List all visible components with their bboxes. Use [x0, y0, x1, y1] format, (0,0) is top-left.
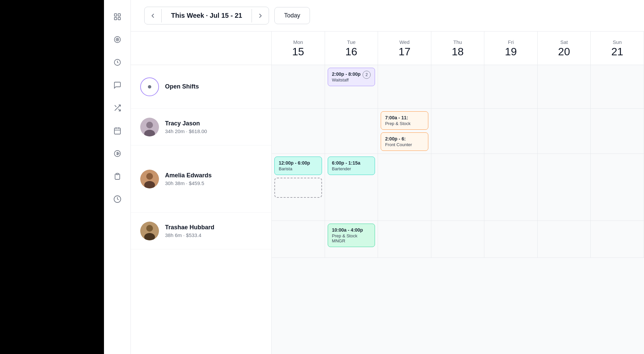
svg-rect-0	[114, 14, 117, 16]
shift-card-open-tue[interactable]: 2 2:00p - 8:00p Waitstaff	[328, 68, 375, 86]
tracy-info: Tracy Jason 34h 20m · $618.00	[165, 120, 207, 134]
day-name-mon: Mon	[293, 39, 303, 45]
grid-icon[interactable]	[111, 10, 124, 23]
cell-amelia-thu	[431, 154, 485, 221]
trashae-info: Trashae Hubbard 38h 6m · $533.4	[165, 224, 214, 238]
shift-card-amelia-mon[interactable]: 12:00p - 6:00p Barista	[274, 157, 322, 175]
trashae-calendar-row: 10:00a - 4:00p Prep & Stock MNGR	[272, 221, 644, 258]
cell-tracy-wed[interactable]: 7:00a - 11: Prep & Stock 2:00p - 6: Fron…	[378, 109, 431, 154]
cell-amelia-fri	[484, 154, 538, 221]
day-header-sat: Sat 20	[538, 32, 591, 65]
svg-point-19	[146, 122, 153, 128]
open-shifts-row: Open Shifts	[131, 65, 271, 109]
cell-trashae-tue[interactable]: 10:00a - 4:00p Prep & Stock MNGR	[325, 221, 378, 257]
day-number-tue: 16	[345, 46, 358, 57]
employee-row-amelia: Amelia Edwards 30h 38m · $459.5	[131, 145, 271, 213]
trashae-tue-time: 10:00a - 4:00p	[332, 227, 371, 233]
shift-card-amelia-tue[interactable]: 6:00p - 1:15a Bartender	[328, 157, 375, 175]
day-header-thu: Thu 18	[431, 32, 485, 65]
amelia-calendar-row: 12:00p - 6:00p Barista 6:00p - 1:15a Bar…	[272, 154, 644, 221]
tracy-wed-role2: Front Counter	[385, 142, 424, 147]
svg-point-6	[117, 39, 118, 40]
cell-open-tue[interactable]: 2 2:00p - 8:00p Waitstaff	[325, 65, 378, 108]
day-name-fri: Fri	[508, 39, 514, 45]
cell-tracy-fri	[484, 109, 538, 154]
cell-trashae-wed	[378, 221, 431, 257]
tracy-wed-time2: 2:00p - 6:	[385, 136, 424, 141]
shift-card-trashae-tue[interactable]: 10:00a - 4:00p Prep & Stock MNGR	[328, 224, 375, 247]
day-name-sun: Sun	[613, 39, 622, 45]
today-button[interactable]: Today	[274, 7, 310, 24]
svg-point-25	[146, 225, 153, 232]
week-navigator: This Week · Jul 15 - 21	[144, 7, 269, 24]
day-number-wed: 17	[398, 46, 411, 57]
day-number-thu: 18	[452, 46, 464, 57]
clipboard-icon[interactable]	[111, 170, 124, 183]
cell-tracy-sun	[591, 109, 644, 154]
cell-amelia-wed	[378, 154, 431, 221]
cell-open-mon	[272, 65, 325, 108]
schedule-area: Open Shifts Tracy Jason 34h 20m · $618.0…	[131, 32, 644, 354]
cell-amelia-mon[interactable]: 12:00p - 6:00p Barista	[272, 154, 325, 221]
employee-row-trashae: Trashae Hubbard 38h 6m · $533.4	[131, 213, 271, 249]
header: This Week · Jul 15 - 21 Today	[131, 0, 644, 32]
message-icon[interactable]	[111, 78, 124, 92]
cell-amelia-tue[interactable]: 6:00p - 1:15a Bartender	[325, 154, 378, 221]
svg-rect-2	[114, 17, 117, 20]
cell-open-wed	[378, 65, 431, 108]
next-week-button[interactable]	[252, 9, 269, 23]
amelia-tue-time: 6:00p - 1:15a	[332, 160, 371, 166]
day-header-wed: Wed 17	[378, 32, 431, 65]
avatar-trashae	[140, 222, 159, 240]
cell-trashae-fri	[484, 221, 538, 257]
dollar-icon[interactable]	[111, 147, 124, 160]
main-content: This Week · Jul 15 - 21 Today Open Shift…	[131, 0, 644, 354]
cell-open-thu	[431, 65, 485, 108]
calendar-area: Mon 15 Tue 16 Wed 17 Thu 18	[272, 32, 644, 354]
shuffle-icon[interactable]	[111, 101, 124, 115]
day-name-wed: Wed	[399, 39, 410, 45]
tracy-wed-role: Prep & Stock	[385, 121, 424, 126]
tracy-wed-time: 7:00a - 11:	[385, 115, 424, 120]
day-number-sat: 20	[558, 46, 570, 57]
day-number-sun: 21	[611, 46, 623, 57]
trashae-name: Trashae Hubbard	[165, 224, 214, 231]
avatar-amelia	[140, 170, 159, 188]
calendar-icon[interactable]	[111, 124, 124, 137]
amelia-mon-role: Barista	[279, 166, 318, 171]
trashae-stats: 38h 6m · $533.4	[165, 232, 214, 238]
prev-week-button[interactable]	[145, 9, 161, 23]
calendar-inner: Mon 15 Tue 16 Wed 17 Thu 18	[272, 32, 644, 258]
open-shifts-avatar	[140, 77, 159, 96]
day-header-mon: Mon 15	[272, 32, 325, 65]
amelia-mon-dashed	[274, 178, 322, 198]
calendar-rows: 2 2:00p - 8:00p Waitstaff	[272, 65, 644, 258]
amelia-name: Amelia Edwards	[165, 172, 212, 179]
svg-line-10	[115, 105, 116, 107]
amelia-tue-role: Bartender	[332, 166, 371, 171]
shift-card-tracy-wed[interactable]: 7:00a - 11: Prep & Stock	[381, 111, 428, 130]
employee-row-tracy: Tracy Jason 34h 20m · $618.00	[131, 109, 271, 145]
open-shifts-info: Open Shifts	[165, 83, 199, 90]
tracy-name: Tracy Jason	[165, 120, 207, 127]
clock-icon[interactable]	[111, 56, 124, 69]
target-icon[interactable]	[111, 33, 124, 46]
svg-point-22	[146, 173, 153, 180]
day-headers: Mon 15 Tue 16 Wed 17 Thu 18	[272, 32, 644, 65]
open-shifts-dot	[148, 85, 151, 88]
open-shifts-name: Open Shifts	[165, 83, 199, 90]
cell-tracy-sat	[538, 109, 591, 154]
dropper-icon[interactable]	[111, 192, 124, 206]
svg-rect-11	[114, 128, 120, 134]
day-name-thu: Thu	[453, 39, 462, 45]
cell-tracy-thu	[431, 109, 485, 154]
amelia-stats: 30h 38m · $459.5	[165, 180, 212, 186]
employee-list-header	[131, 32, 271, 65]
cell-trashae-thu	[431, 221, 485, 257]
sidebar	[104, 0, 131, 354]
day-name-sat: Sat	[560, 39, 568, 45]
avatar-tracy	[140, 118, 159, 136]
shift-card-tracy-wed2[interactable]: 2:00p - 6: Front Counter	[381, 132, 428, 151]
tracy-stats: 34h 20m · $618.00	[165, 128, 207, 134]
amelia-mon-time: 12:00p - 6:00p	[279, 160, 318, 166]
